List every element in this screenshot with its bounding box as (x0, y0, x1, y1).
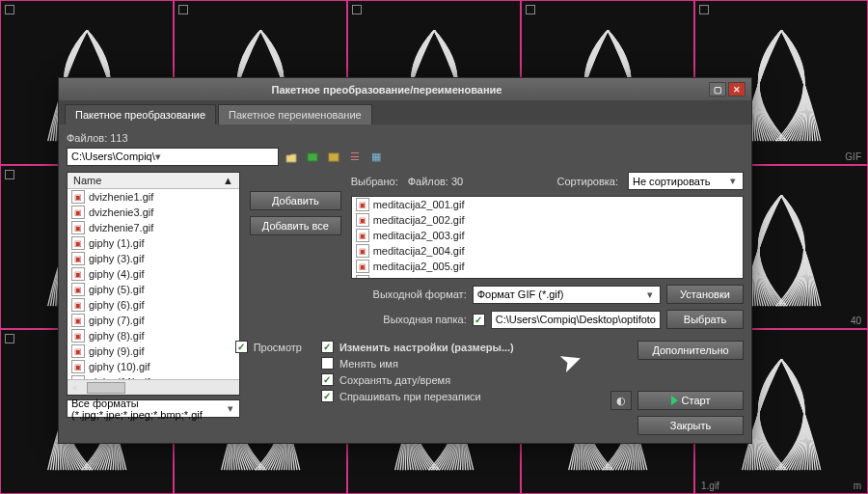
start-button[interactable]: Старт (637, 391, 744, 410)
file-icon: ▣ (71, 190, 85, 204)
close-button[interactable]: ✕ (728, 82, 746, 96)
output-folder-checkbox[interactable]: ✓ (473, 314, 485, 326)
view-details-icon[interactable]: ▦ (367, 149, 385, 166)
resize-label: Изменить настройки (размеры...) (339, 342, 514, 353)
file-icon: ▣ (71, 329, 85, 343)
list-item[interactable]: ▣giphy (6).gif (68, 297, 239, 313)
rename-checkbox[interactable] (321, 357, 334, 370)
advanced-button[interactable]: Дополнительно (637, 341, 744, 360)
chevron-down-icon: ▾ (155, 151, 161, 162)
file-icon: ▣ (71, 221, 85, 234)
list-item[interactable]: ▣dvizhenie7.gif (68, 220, 239, 235)
selected-label: Выбрано: (351, 176, 398, 187)
sort-combo[interactable]: Не сортировать▾ (628, 172, 744, 190)
file-icon: ▣ (71, 314, 85, 327)
askoverwrite-checkbox[interactable]: ✓ (321, 390, 334, 402)
file-icon: ▣ (356, 198, 369, 211)
list-item[interactable]: ▣giphy (7).gif (68, 313, 239, 328)
file-icon: ▣ (71, 206, 85, 219)
output-format-combo[interactable]: Формат GIF (*.gif)▾ (473, 286, 661, 304)
tab-batch-convert[interactable]: Пакетное преобразование (65, 104, 216, 124)
preview-label: Просмотр (254, 342, 302, 353)
horizontal-scrollbar[interactable]: ◂ (68, 379, 239, 395)
tab-batch-rename[interactable]: Пакетное переименование (218, 104, 372, 124)
file-count-label: Файлов: 113 (67, 132, 744, 144)
resize-checkbox[interactable]: ✓ (321, 341, 334, 353)
file-icon: ▣ (356, 244, 369, 258)
list-header[interactable]: Name▲ (68, 173, 239, 189)
list-item[interactable]: ▣dvizhenie3.gif (68, 205, 239, 220)
up-folder-icon[interactable] (283, 149, 300, 166)
folder-yellow-icon[interactable] (325, 149, 342, 166)
output-format-label: Выходной формат: (351, 288, 467, 300)
output-folder-input[interactable]: C:\Users\Compiq\Desktop\optifoto (491, 311, 661, 329)
sort-arrow-icon: ▲ (223, 175, 233, 186)
thumb-checkbox[interactable] (178, 5, 188, 14)
choose-folder-button[interactable]: Выбрать (666, 310, 744, 329)
chevron-down-icon: ▾ (227, 402, 235, 415)
add-all-button[interactable]: Добавить все (250, 216, 341, 235)
close-dialog-button[interactable]: Закрыть (637, 416, 744, 435)
file-icon: ▣ (71, 283, 85, 296)
list-item[interactable]: ▣giphy (8).gif (68, 328, 239, 343)
rename-label: Менять имя (339, 358, 398, 370)
minimize-button[interactable]: ▢ (709, 82, 726, 96)
list-item[interactable]: ▣giphy (1).gif (68, 235, 239, 251)
list-item[interactable]: ▣giphy (10).gif (68, 359, 239, 374)
view-list-icon[interactable]: ☰ (346, 149, 364, 166)
list-item[interactable]: ▣meditacija2_004.gif (352, 243, 743, 259)
thumb-checkbox[interactable] (5, 170, 14, 179)
list-item[interactable]: ▣meditacija2_002.gif (352, 212, 743, 228)
preview-checkbox[interactable]: ✓ (235, 341, 248, 353)
selected-file-list[interactable]: ▣meditacija2_001.gif▣meditacija2_002.gif… (351, 196, 744, 279)
play-icon (671, 396, 678, 405)
source-file-list[interactable]: Name▲ ▣dvizhenie1.gif▣dvizhenie3.gif▣dvi… (67, 172, 240, 396)
list-item[interactable]: ▣meditacija2_005.gif (352, 259, 743, 274)
keepdate-label: Сохранять дату/время (339, 374, 450, 386)
file-filter-combo[interactable]: Все форматы (*.jpg;*.jpe;*.jpeg;*.bmp;*.… (67, 399, 240, 418)
askoverwrite-label: Спрашивать при перезаписи (339, 391, 481, 402)
chevron-down-icon: ▾ (644, 288, 656, 301)
keepdate-checkbox[interactable]: ✓ (321, 373, 334, 386)
path-input[interactable]: C:\Users\Compiq\▾ (67, 148, 279, 166)
file-icon: ▣ (356, 260, 369, 273)
file-icon: ▣ (71, 267, 85, 281)
chevron-down-icon: ▾ (727, 175, 739, 187)
file-icon: ▣ (71, 298, 85, 312)
thumb-checkbox[interactable] (352, 5, 362, 14)
thumb-checkbox[interactable] (5, 334, 14, 343)
list-item[interactable]: ▣giphy (5).gif (68, 282, 239, 297)
file-icon: ▣ (356, 275, 369, 279)
svg-rect-0 (308, 153, 317, 161)
sort-label: Сортировка: (557, 176, 618, 187)
thumb-checkbox[interactable] (526, 5, 535, 14)
list-item[interactable]: ▣giphy (4).gif (68, 266, 239, 282)
titlebar: Пакетное преобразование/переименование ▢… (59, 78, 751, 100)
list-item[interactable]: ▣giphy (9).gif (68, 343, 239, 359)
settings-button[interactable]: Установки (666, 285, 744, 304)
folder-green-icon[interactable] (304, 149, 321, 166)
list-item[interactable]: ▣meditacija2_006.gif (352, 274, 743, 279)
output-folder-label: Выходная папка: (351, 314, 467, 325)
add-button[interactable]: Добавить (250, 191, 341, 210)
dialog-title: Пакетное преобразование/переименование (65, 84, 709, 96)
svg-rect-1 (329, 153, 339, 161)
list-item[interactable]: ▣meditacija2_003.gif (352, 228, 743, 243)
preview-window-icon[interactable]: ◐ (610, 391, 632, 410)
thumb-checkbox[interactable] (5, 5, 14, 14)
list-item[interactable]: ▣meditacija2_001.gif (352, 197, 743, 212)
tab-bar: Пакетное преобразование Пакетное переиме… (59, 100, 751, 124)
file-icon: ▣ (71, 344, 85, 358)
list-item[interactable]: ▣dvizhenie1.gif (68, 189, 239, 205)
batch-dialog: Пакетное преобразование/переименование ▢… (58, 77, 752, 444)
list-item[interactable]: ▣giphy (3).gif (68, 251, 239, 266)
file-icon: ▣ (356, 229, 369, 242)
thumb-checkbox[interactable] (699, 5, 709, 14)
file-icon: ▣ (71, 236, 85, 250)
file-icon: ▣ (71, 360, 85, 373)
file-icon: ▣ (356, 213, 369, 227)
selected-count: Файлов: 30 (408, 176, 463, 187)
file-icon: ▣ (71, 252, 85, 265)
